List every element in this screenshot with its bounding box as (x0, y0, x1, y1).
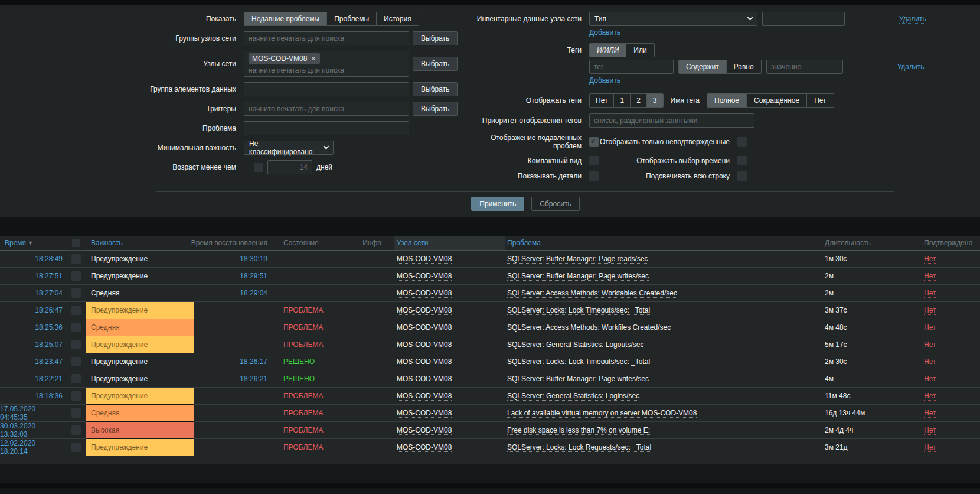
ack-link[interactable]: Нет (924, 255, 936, 264)
ack-link[interactable]: Нет (924, 323, 936, 332)
highlight-row-checkbox[interactable] (737, 171, 747, 181)
problem-link[interactable]: SQLServer: General Statistics: Logouts/s… (507, 340, 643, 349)
item-group-select-button[interactable]: Выбрать (413, 82, 458, 96)
column-header-problem[interactable]: Проблема (505, 239, 824, 247)
hosts-multiselect[interactable]: MOS-COD-VM08 ✕ начните печатать для поис… (244, 51, 409, 77)
age-input[interactable] (267, 160, 312, 174)
ack-link[interactable]: Нет (924, 272, 936, 281)
triggers-input[interactable] (244, 102, 409, 116)
host-chip[interactable]: MOS-COD-VM08 ✕ (249, 53, 320, 64)
show-tags-3[interactable]: 3 (647, 94, 663, 107)
recovery-time-link[interactable]: 18:26:21 (194, 370, 270, 387)
recovery-time-link[interactable]: 18:26:17 (194, 353, 270, 370)
tag-name-none[interactable]: Нет (807, 94, 833, 107)
remove-chip-icon[interactable]: ✕ (311, 53, 316, 64)
host-link[interactable]: MOS-COD-VM08 (397, 409, 452, 418)
ack-link[interactable]: Нет (924, 289, 936, 298)
host-groups-input[interactable] (244, 31, 409, 46)
inventory-value-input[interactable] (762, 12, 845, 26)
ack-link[interactable]: Нет (924, 340, 936, 349)
column-header-severity[interactable]: Важность (86, 239, 194, 247)
problem-time-link[interactable]: 18:18:36 (0, 388, 66, 404)
problem-time-link[interactable]: 17.05.2020 04:45:35 (0, 405, 66, 421)
ack-link[interactable]: Нет (924, 375, 936, 384)
age-checkbox[interactable] (254, 162, 263, 172)
show-tags-none[interactable]: Нет (590, 94, 614, 107)
problem-link[interactable]: Free disk space is less than 7% on volum… (507, 426, 650, 435)
min-severity-select[interactable]: Не классифицировано (244, 141, 334, 155)
tag-remove-link[interactable]: Удалить (897, 63, 925, 72)
tag-name-full[interactable]: Полное (707, 94, 747, 107)
ack-link[interactable]: Нет (924, 358, 936, 366)
tag-add-link[interactable]: Добавить (589, 76, 620, 85)
problem-link[interactable]: SQLServer: General Statistics: Logins/se… (507, 392, 639, 401)
compact-view-checkbox[interactable] (589, 156, 599, 165)
host-link[interactable]: MOS-COD-VM08 (397, 272, 452, 281)
problem-link[interactable]: SQLServer: Buffer Manager: Page writes/s… (507, 272, 649, 281)
show-option-history[interactable]: История (377, 12, 419, 25)
problem-time-link[interactable]: 18:25:07 (0, 336, 66, 353)
host-link[interactable]: MOS-COD-VM08 (397, 443, 452, 452)
row-checkbox[interactable] (71, 254, 81, 264)
ack-link[interactable]: Нет (924, 443, 936, 452)
problem-link[interactable]: Lack of available virtual memory on serv… (507, 409, 697, 418)
problem-time-link[interactable]: 12.02.2020 18:20:14 (0, 439, 66, 456)
row-checkbox[interactable] (71, 443, 81, 452)
host-link[interactable]: MOS-COD-VM08 (397, 340, 452, 349)
show-option-problems[interactable]: Проблемы (327, 12, 377, 25)
problem-link[interactable]: SQLServer: Access Methods: Worktables Cr… (507, 289, 677, 298)
host-link[interactable]: MOS-COD-VM08 (397, 392, 452, 401)
show-tags-1[interactable]: 1 (614, 94, 631, 107)
host-link[interactable]: MOS-COD-VM08 (397, 306, 452, 315)
tag-operator-contains[interactable]: Содержит (679, 60, 727, 73)
problem-time-link[interactable]: 18:27:51 (0, 268, 66, 284)
problem-time-link[interactable]: 18:28:49 (0, 251, 66, 267)
show-suppressed-checkbox[interactable] (589, 137, 599, 147)
select-all-checkbox[interactable] (72, 239, 80, 247)
host-link[interactable]: MOS-COD-VM08 (397, 323, 452, 332)
show-details-checkbox[interactable] (589, 171, 599, 181)
tag-name-short[interactable]: Сокращённое (747, 94, 807, 107)
row-checkbox[interactable] (71, 391, 81, 401)
inventory-type-select[interactable]: Тип (589, 12, 757, 26)
problem-time-link[interactable]: 18:22:21 (0, 370, 66, 387)
ack-link[interactable]: Нет (924, 409, 936, 418)
show-option-recent-problems[interactable]: Недавние проблемы (244, 12, 327, 25)
problem-link[interactable]: SQLServer: Locks: Lock Requests/sec: _To… (507, 443, 651, 452)
triggers-select-button[interactable]: Выбрать (413, 102, 458, 116)
problem-time-link[interactable]: 18:25:36 (0, 319, 66, 336)
problem-time-link[interactable]: 18:27:04 (0, 285, 66, 301)
host-link[interactable]: MOS-COD-VM08 (397, 358, 452, 366)
problem-link[interactable]: SQLServer: Locks: Lock Timeouts/sec: _To… (507, 306, 650, 315)
problem-link[interactable]: SQLServer: Access Methods: Workfiles Cre… (507, 323, 671, 332)
row-checkbox[interactable] (71, 425, 81, 435)
ack-link[interactable]: Нет (924, 392, 936, 401)
tag-operator-equals[interactable]: Равно (727, 60, 761, 73)
inventory-add-link[interactable]: Добавить (589, 28, 620, 37)
host-groups-select-button[interactable]: Выбрать (413, 31, 458, 46)
row-checkbox[interactable] (71, 271, 81, 281)
ack-link[interactable]: Нет (924, 306, 936, 315)
item-group-input[interactable] (244, 82, 409, 96)
tags-logic-or[interactable]: Или (626, 44, 654, 57)
recovery-time-link[interactable]: 18:30:19 (194, 251, 270, 267)
problem-link[interactable]: SQLServer: Buffer Manager: Page writes/s… (507, 375, 649, 384)
row-checkbox[interactable] (71, 306, 81, 315)
recovery-time-link[interactable]: 18:29:04 (194, 285, 270, 301)
row-checkbox[interactable] (71, 408, 81, 418)
ack-link[interactable]: Нет (924, 426, 936, 435)
problem-link[interactable]: SQLServer: Buffer Manager: Page reads/se… (507, 255, 648, 264)
recovery-time-link[interactable]: 18:29:51 (194, 268, 270, 284)
problem-time-link[interactable]: 30.03.2020 13:32:03 (0, 422, 66, 438)
row-checkbox[interactable] (71, 323, 81, 332)
show-tags-2[interactable]: 2 (631, 94, 647, 107)
row-checkbox[interactable] (71, 357, 81, 366)
tag-value-input[interactable] (766, 60, 843, 74)
tag-name-input[interactable] (589, 60, 674, 74)
tag-priority-input[interactable] (589, 113, 754, 128)
row-checkbox[interactable] (71, 288, 81, 298)
host-link[interactable]: MOS-COD-VM08 (397, 255, 452, 264)
inventory-remove-link[interactable]: Удалить (899, 15, 926, 24)
problem-input[interactable] (244, 121, 409, 135)
show-timeline-checkbox[interactable] (737, 156, 747, 165)
